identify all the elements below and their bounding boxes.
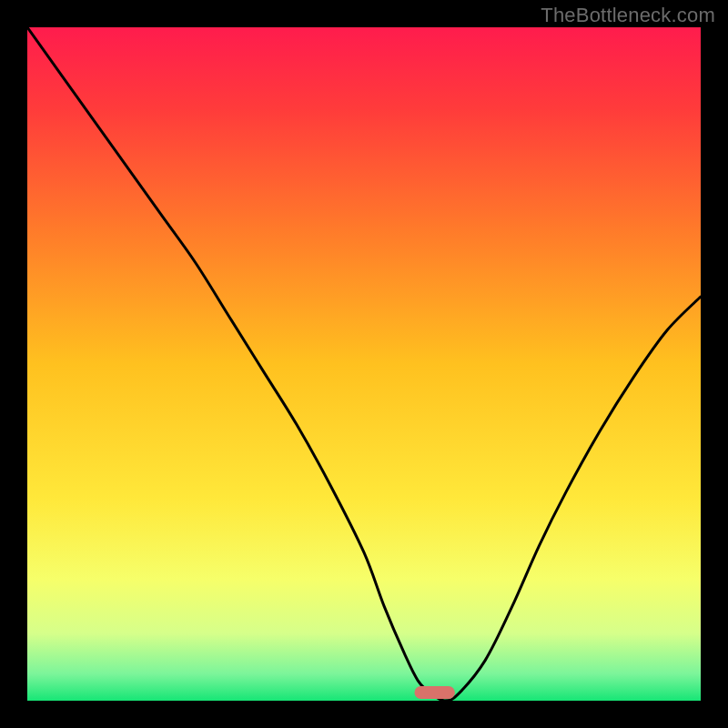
chart-frame: TheBottleneck.com [0, 0, 728, 728]
gradient-background [27, 27, 701, 701]
optimal-marker [415, 686, 455, 699]
plot-area [27, 27, 701, 701]
watermark-text: TheBottleneck.com [541, 4, 715, 27]
plot-svg [27, 27, 701, 701]
